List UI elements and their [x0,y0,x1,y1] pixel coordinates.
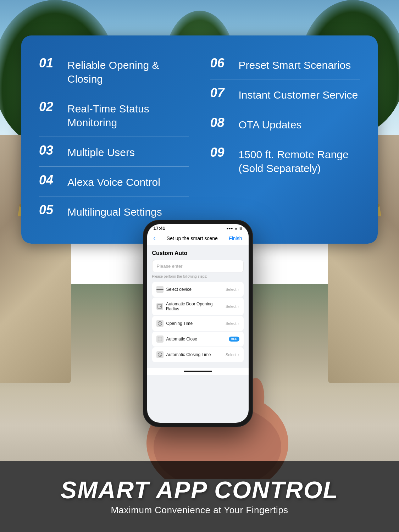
chevron-2: › [238,304,239,309]
door-radius-label: Automatic Door Opening Radius [166,301,226,311]
info-card: 01 Reliable Opening & Closing 02 Real-Ti… [21,35,378,244]
phone-nav-bar: ‹ Set up the smart scene Finish [147,232,249,245]
svg-rect-6 [158,304,161,309]
svg-rect-11 [158,337,162,341]
chevron-3: › [238,321,239,326]
wifi-icon: ▲ [234,226,238,230]
feature-label-right-2: Instant Customer Service [239,87,358,102]
status-time: 17:41 [154,226,165,231]
feature-num-right-3: 08 [210,116,239,129]
svg-line-14 [160,355,161,355]
feature-num-right-4: 09 [210,146,239,159]
status-icons: ●●● ▲ ⊟ [226,226,242,230]
phone-outer: 17:41 ●●● ▲ ⊟ ‹ Set up the smart scene F… [143,220,253,427]
select-text-2: Select [226,304,237,309]
clock-icon [156,320,164,327]
phone-container: 17:41 ●●● ▲ ⊟ ‹ Set up the smart scene F… [143,220,256,427]
dash-icon [156,286,164,293]
feature-left-4: 04 Alexa Voice Control [39,167,189,196]
features-right-column: 06 Preset Smart Scenarios 07 Instant Cus… [210,50,360,226]
helper-text: Please perform the following steps: [152,275,244,278]
feature-num-right-1: 06 [210,57,239,70]
bottom-bar: SMART APP CONTROL Maximum Convenience at… [0,461,399,532]
signal-icon: ●●● [226,226,233,230]
feature-label-right-1: Preset Smart Scenarios [239,57,351,72]
feature-label-left-1: Reliable Opening & Closing [67,57,189,86]
phone-screen: 17:41 ●●● ▲ ⊟ ‹ Set up the smart scene F… [147,224,249,423]
main-title: SMART APP CONTROL [61,478,338,502]
feature-num-left-1: 01 [39,57,67,70]
feature-num-right-2: 07 [210,87,239,99]
home-bar [184,371,212,372]
row-door-radius[interactable]: Automatic Door Opening Radius Select › [152,298,244,315]
opening-time-label: Opening Time [166,321,193,326]
feature-label-left-5: Multilingual Settings [67,204,162,219]
sub-title: Maximum Convenience at Your Fingertips [111,505,288,516]
feature-label-left-2: Real-Time Status Monitoring [67,100,189,129]
auto-close-label: Automatic Close [166,337,197,342]
nav-finish-button[interactable]: Finish [229,235,242,241]
battery-icon: ⊟ [239,226,242,230]
feature-right-4: 09 1500 ft. Remote Range(Sold Separately… [210,139,360,182]
select-text-3: Select [226,321,237,326]
feature-left-2: 02 Real-Time Status Monitoring [39,93,189,137]
nav-title: Set up the smart scene [167,235,218,241]
feature-num-left-5: 05 [39,204,67,216]
row-auto-closing-time[interactable]: Automatic Closing Time Select › [152,347,244,362]
feature-left-1: 01 Reliable Opening & Closing [39,50,189,93]
feature-label-right-3: OTA Updates [239,116,302,132]
svg-line-10 [160,323,161,324]
row-select-device[interactable]: Select device Select › [152,282,244,297]
feature-right-2: 07 Instant Customer Service [210,79,360,109]
select-device-label: Select device [166,287,192,292]
chevron-1: › [238,287,239,292]
select-text-5: Select [226,353,237,357]
home-indicator [147,368,249,375]
phone-content: Custom Auto Please enter Please perform … [147,245,249,368]
features-left-column: 01 Reliable Opening & Closing 02 Real-Ti… [39,50,189,226]
input-field[interactable]: Please enter [152,260,244,272]
row-opening-time[interactable]: Opening Time Select › [152,316,244,331]
door-icon [156,303,164,310]
feature-left-3: 03 Multiple Users [39,137,189,167]
scene-title: Custom Auto [152,250,244,256]
feature-label-left-3: Multiple Users [67,144,135,159]
feature-label-right-4: 1500 ft. Remote Range(Sold Separately) [239,146,349,175]
input-placeholder: Please enter [157,264,183,269]
auto-closing-time-label: Automatic Closing Time [166,352,211,357]
feature-num-left-2: 02 [39,100,67,113]
chevron-5: › [238,352,239,357]
toggle-off-badge[interactable]: OFF [229,337,239,342]
clock2-icon [156,351,164,358]
phone-status-bar: 17:41 ●●● ▲ ⊟ [147,224,249,232]
checkbox-icon [156,336,164,343]
row-auto-close[interactable]: Automatic Close OFF [152,332,244,347]
nav-back-button[interactable]: ‹ [154,234,156,242]
feature-num-left-3: 03 [39,144,67,157]
feature-right-1: 06 Preset Smart Scenarios [210,50,360,79]
feature-label-left-4: Alexa Voice Control [67,174,160,189]
svg-point-7 [160,306,161,307]
feature-right-3: 08 OTA Updates [210,109,360,139]
select-text-1: Select [226,287,237,292]
feature-num-left-4: 04 [39,174,67,187]
